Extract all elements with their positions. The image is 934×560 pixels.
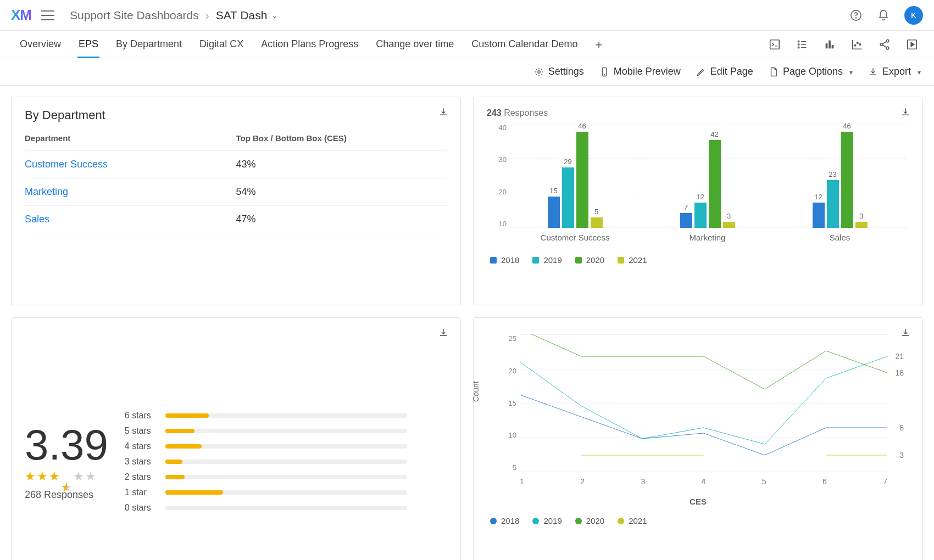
bar: 23	[827, 180, 839, 228]
line-endlabel: 8	[899, 423, 904, 432]
responses-count: 243	[487, 108, 502, 117]
chevron-down-icon	[915, 66, 921, 77]
line-xlabel: CES	[487, 497, 909, 506]
chevron-right-icon: ›	[205, 9, 209, 22]
avatar[interactable]: K	[904, 6, 923, 25]
edit-page-button[interactable]: Edit Page	[696, 66, 753, 77]
svg-point-10	[857, 42, 858, 43]
svg-point-11	[859, 43, 860, 44]
tab-change-over-time[interactable]: Change over time	[367, 31, 463, 58]
bar: 12	[694, 203, 707, 228]
legend-item[interactable]: 2020	[575, 255, 604, 265]
page-options-button[interactable]: Page Options	[769, 66, 853, 77]
settings-button[interactable]: Settings	[534, 66, 584, 77]
svg-rect-7	[829, 40, 831, 48]
dept-value: 43%	[236, 151, 448, 178]
mobile-preview-label: Mobile Preview	[614, 66, 681, 77]
page-options-label: Page Options	[783, 66, 843, 77]
export-button[interactable]: Export	[868, 66, 921, 77]
mobile-preview-button[interactable]: Mobile Preview	[599, 66, 681, 77]
rating-bar-track	[165, 506, 407, 510]
download-icon[interactable]	[438, 107, 448, 119]
bar: 3	[723, 222, 735, 228]
chevron-down-icon	[847, 66, 853, 77]
line-chart: Count 252015105 1234567 821183	[520, 334, 887, 494]
line-series-2019	[520, 356, 887, 444]
responses-label: Responses	[504, 108, 548, 117]
logo: XM	[11, 7, 31, 24]
bar: 46	[841, 132, 853, 228]
bar-group: 1223463Sales	[813, 132, 868, 228]
add-tab-button[interactable]: ＋	[586, 36, 611, 53]
rating-bar-label: 3 stars	[125, 457, 158, 467]
svg-point-3	[798, 41, 799, 42]
tab-custom-calendar-demo[interactable]: Custom Calendar Demo	[463, 31, 586, 58]
dept-link[interactable]: Marketing	[25, 178, 236, 206]
rating-score: 3.39	[25, 423, 108, 466]
line-series-2018	[520, 395, 887, 455]
rating-bar-track	[165, 413, 407, 418]
legend-item[interactable]: 2019	[532, 255, 561, 265]
rating-bar-track	[165, 490, 407, 495]
tab-eps[interactable]: EPS	[70, 31, 107, 58]
bar: 29	[562, 167, 574, 228]
bell-icon[interactable]	[877, 9, 890, 22]
chevron-down-icon: ⌄	[271, 11, 278, 20]
tab-by-department[interactable]: By Department	[107, 31, 191, 58]
widget-department-table: By Department Department Top Box / Botto…	[11, 97, 461, 305]
rating-bar-row: 5 stars	[125, 426, 407, 436]
legend-item[interactable]: 2018	[490, 255, 519, 265]
legend-item[interactable]: 2018	[490, 516, 519, 525]
help-icon[interactable]	[849, 9, 863, 22]
scatter-icon[interactable]	[850, 38, 864, 51]
rating-bar-track	[165, 460, 407, 464]
table-row: Sales47%	[25, 206, 447, 233]
widget-icon[interactable]	[768, 38, 781, 51]
rating-bar-label: 0 stars	[125, 503, 158, 513]
widget-star-rating: 3.39 ★★★★★★★ 268 Responses 6 stars5 star…	[11, 317, 461, 560]
mobile-icon	[599, 67, 609, 77]
bar: 3	[855, 222, 868, 228]
rating-bar-row: 2 stars	[125, 472, 407, 482]
legend-item[interactable]: 2021	[618, 516, 647, 525]
dept-link[interactable]: Sales	[25, 206, 236, 233]
bar: 42	[709, 140, 721, 228]
settings-label: Settings	[548, 66, 584, 77]
breadcrumb-current[interactable]: SAT Dash ⌄	[216, 9, 279, 22]
col-header-topbox: Top Box / Bottom Box (CES)	[236, 133, 448, 151]
breadcrumb-parent[interactable]: Support Site Dashboards	[70, 9, 199, 22]
breadcrumb-current-label: SAT Dash	[216, 9, 268, 22]
download-icon[interactable]	[900, 328, 910, 340]
legend-item[interactable]: 2020	[575, 516, 604, 525]
download-icon[interactable]	[438, 328, 448, 340]
bar-category-label: Customer Success	[541, 233, 610, 242]
export-icon	[868, 67, 878, 77]
bar-chart: 40302010 1529465Customer Success712423Ma…	[509, 124, 906, 244]
tab-overview[interactable]: Overview	[11, 31, 70, 58]
legend-item[interactable]: 2021	[618, 255, 647, 265]
line-endlabel: 21	[895, 352, 904, 361]
bar-group: 712423Marketing	[680, 140, 735, 228]
legend-item[interactable]: 2019	[532, 516, 561, 525]
tabs-bar: OverviewEPSBy DepartmentDigital CXAction…	[0, 31, 934, 58]
rating-bar-label: 1 star	[125, 488, 158, 497]
bar: 5	[591, 217, 603, 228]
tab-digital-cx[interactable]: Digital CX	[191, 31, 252, 58]
download-icon[interactable]	[900, 107, 910, 119]
svg-point-4	[798, 43, 799, 44]
svg-point-9	[854, 44, 855, 46]
bar: 7	[680, 213, 692, 228]
bar-category-label: Marketing	[690, 233, 726, 242]
col-header-department: Department	[25, 133, 236, 151]
svg-rect-6	[826, 43, 828, 48]
play-icon[interactable]	[905, 38, 919, 51]
dept-link[interactable]: Customer Success	[25, 151, 236, 178]
widget-line-chart: Count 252015105 1234567 821183 CES 20182…	[473, 317, 923, 560]
rating-bar-label: 6 stars	[125, 411, 158, 421]
hamburger-icon[interactable]	[41, 10, 54, 20]
share-icon[interactable]	[878, 38, 891, 51]
tab-action-plans-progress[interactable]: Action Plans Progress	[252, 31, 367, 58]
list-icon[interactable]	[796, 38, 809, 51]
svg-rect-8	[832, 44, 834, 48]
bar-chart-icon[interactable]	[823, 38, 836, 51]
